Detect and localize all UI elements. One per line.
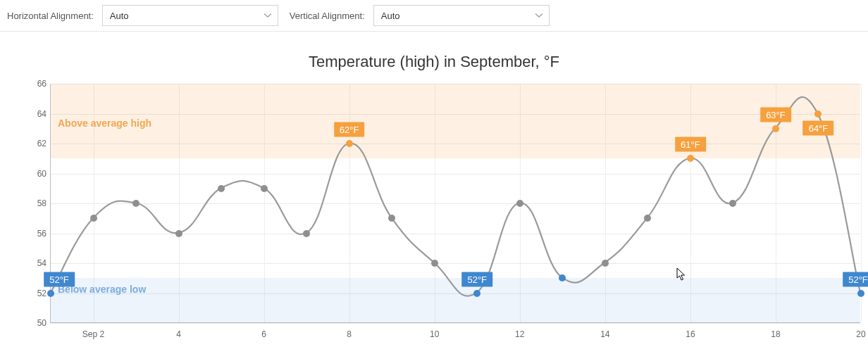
value-label: 62°F [334,122,365,137]
data-point[interactable] [218,185,225,192]
data-point[interactable] [261,185,268,192]
data-point[interactable] [516,200,523,207]
y-tick-label: 58 [27,198,46,208]
data-point[interactable] [431,260,438,267]
series-line [51,84,860,322]
x-tick-label: 12 [515,329,524,339]
data-point[interactable] [473,290,480,297]
data-point[interactable] [303,230,310,237]
gridline-v [861,84,862,322]
data-point[interactable] [388,215,395,222]
y-tick-label: 60 [27,169,46,179]
x-tick-label: 6 [261,329,266,339]
data-point[interactable] [814,110,822,118]
data-point[interactable] [47,290,54,297]
value-label: 52°F [461,272,492,286]
chevron-down-icon [535,11,543,20]
h-align-select[interactable]: Auto [102,5,278,26]
v-align-value: Auto [381,11,400,21]
x-tick-label: Sep 2 [82,329,104,339]
data-point[interactable] [90,215,97,222]
data-point[interactable] [857,290,864,297]
x-tick-label: 18 [771,329,780,339]
y-tick-label: 52 [27,289,46,298]
x-tick-label: 8 [347,329,352,339]
value-label: 63°F [760,107,791,122]
x-tick-label: 14 [600,329,609,339]
v-align-label: Vertical Alignment: [290,11,365,21]
x-tick-label: 4 [176,329,181,339]
y-tick-label: 50 [27,318,46,328]
x-tick-label: 16 [686,329,695,339]
h-align-value: Auto [110,11,129,21]
y-tick-label: 54 [27,258,46,268]
y-tick-label: 66 [27,79,46,89]
data-point[interactable] [346,140,353,147]
value-label: 61°F [675,137,706,152]
chart-title: Temperature (high) in September, °F [7,53,861,71]
y-tick-label: 62 [27,139,46,148]
data-point[interactable] [175,230,182,237]
y-tick-label: 64 [27,109,46,119]
v-align-select[interactable]: Auto [373,5,550,26]
y-tick-label: 56 [27,229,46,239]
data-point[interactable] [602,260,609,267]
value-label: 52°F [843,272,868,286]
toolbar: Horizontal Alignment: Auto Vertical Alig… [0,0,868,32]
chart: 505254565860626466Sep 2468101214161820Ab… [13,84,865,351]
x-tick-label: 10 [430,329,439,339]
data-point[interactable] [644,215,651,222]
value-label: 64°F [803,120,834,135]
data-point[interactable] [132,200,140,207]
h-align-label: Horizontal Alignment: [7,11,94,21]
gridline-h [51,323,860,324]
data-point[interactable] [687,155,694,162]
value-label: 52°F [44,272,75,286]
chevron-down-icon [264,11,272,20]
data-point[interactable] [729,200,736,207]
data-point[interactable] [559,274,566,281]
plot-area[interactable]: 505254565860626466Sep 2468101214161820Ab… [50,84,860,323]
data-point[interactable] [772,125,779,132]
x-tick-label: 20 [856,329,865,339]
